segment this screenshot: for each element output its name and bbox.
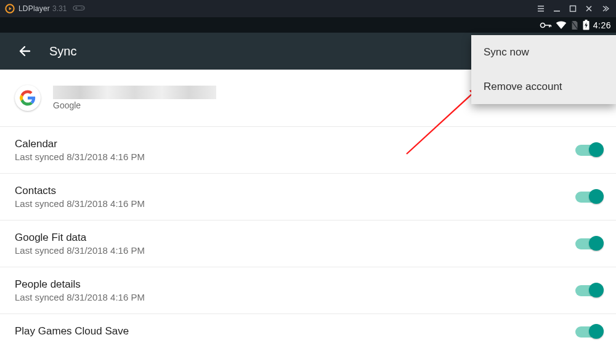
sync-item-subtitle: Last synced 8/31/2018 4:16 PM (15, 245, 145, 256)
wifi-icon (556, 21, 567, 30)
list-item[interactable]: Contacts Last synced 8/31/2018 4:16 PM (0, 174, 616, 220)
emulator-title: LDPlayer (18, 4, 50, 13)
sync-item-title: Google Fit data (15, 232, 145, 244)
sync-toggle[interactable] (575, 326, 601, 338)
list-item[interactable]: People details Last synced 8/31/2018 4:1… (0, 267, 616, 314)
list-item[interactable]: Calendar Last synced 8/31/2018 4:16 PM (0, 127, 616, 174)
sync-item-title: Play Games Cloud Save (15, 325, 129, 338)
back-button[interactable] (15, 41, 34, 61)
emulator-title-bar: LDPlayer 3.31 (0, 0, 616, 17)
sync-toggle[interactable] (575, 145, 601, 156)
menu-item-label: Remove account (484, 81, 562, 93)
overflow-menu: Sync now Remove account (471, 35, 616, 104)
sync-toggle[interactable] (575, 192, 601, 203)
ldplayer-logo-icon (5, 4, 15, 14)
list-item[interactable]: Play Games Cloud Save (0, 314, 616, 350)
sync-toggle[interactable] (575, 285, 601, 296)
list-item[interactable]: Google Fit data Last synced 8/31/2018 4:… (0, 220, 616, 267)
window-menu-button[interactable] (535, 2, 547, 15)
svg-point-2 (81, 7, 83, 9)
sync-item-subtitle: Last synced 8/31/2018 4:16 PM (15, 152, 145, 162)
page-title: Sync (49, 44, 76, 59)
svg-point-3 (83, 7, 84, 9)
menu-item-remove-account[interactable]: Remove account (471, 70, 616, 104)
sync-toggle[interactable] (575, 238, 601, 249)
svg-rect-7 (585, 20, 587, 22)
vpn-key-icon (540, 21, 552, 30)
sync-item-subtitle: Last synced 8/31/2018 4:16 PM (15, 292, 145, 302)
menu-item-label: Sync now (484, 46, 529, 59)
sync-item-subtitle: Last synced 8/31/2018 4:16 PM (15, 198, 145, 209)
android-status-bar: 4:26 (0, 17, 616, 33)
window-close-button[interactable] (583, 2, 595, 15)
google-logo-icon (15, 85, 41, 111)
emulator-version: 3.31 (52, 4, 67, 13)
sync-list: Calendar Last synced 8/31/2018 4:16 PM C… (0, 127, 616, 350)
sync-item-title: Contacts (15, 185, 145, 197)
svg-rect-4 (570, 6, 576, 12)
status-time: 4:26 (593, 20, 611, 30)
menu-item-sync-now[interactable]: Sync now (471, 35, 616, 70)
svg-point-5 (540, 23, 545, 27)
gamepad-icon (73, 4, 85, 14)
no-sim-icon (570, 20, 579, 30)
window-maximize-button[interactable] (567, 2, 579, 15)
sync-item-title: Calendar (15, 138, 145, 150)
account-email-redacted (53, 86, 216, 99)
account-provider: Google (53, 100, 216, 110)
window-more-button[interactable] (599, 2, 611, 15)
sync-item-title: People details (15, 278, 145, 291)
battery-charging-icon (583, 20, 590, 30)
window-minimize-button[interactable] (551, 2, 563, 15)
